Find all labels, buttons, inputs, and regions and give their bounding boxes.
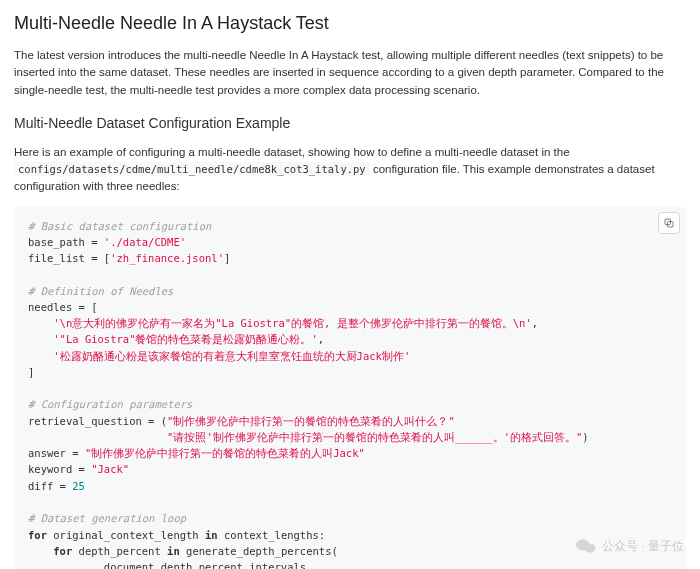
code-keyword: for — [53, 545, 72, 557]
code-text: document_depth_percent_intervals, — [104, 561, 313, 569]
code-keyword: for — [28, 529, 47, 541]
code-string: "制作佛罗伦萨中排行第一的餐馆的特色菜肴的人叫什么？" — [167, 415, 455, 427]
code-comment: # Dataset generation loop — [28, 512, 186, 524]
code-text: , — [532, 317, 538, 329]
copy-icon — [663, 217, 675, 229]
code-comment: # Definition of Needles — [28, 285, 173, 297]
code-text: file_list = [ — [28, 252, 110, 264]
code-text: retrieval_question = ( — [28, 415, 167, 427]
code-string: "Jack" — [91, 463, 129, 475]
code-text: depth_percent — [72, 545, 167, 557]
code-text: ) — [582, 431, 588, 443]
code-text: ] — [28, 366, 34, 378]
code-text: original_context_length — [47, 529, 205, 541]
section-heading: Multi-Needle Dataset Configuration Examp… — [14, 113, 686, 134]
code-text: base_path = — [28, 236, 104, 248]
code-comment: # Configuration parameters — [28, 398, 192, 410]
config-path-inline-code: configs/datasets/cdme/multi_needle/cdme8… — [14, 162, 370, 176]
code-text: ] — [224, 252, 230, 264]
code-text: answer = — [28, 447, 85, 459]
code-string: '松露奶酪通心粉是该家餐馆的有着意大利皇室烹饪血统的大厨Jack制作' — [53, 350, 410, 362]
code-text: diff = — [28, 480, 72, 492]
code-string: './data/CDME' — [104, 236, 186, 248]
code-string: '"La Giostra"餐馆的特色菜肴是松露奶酪通心粉。' — [53, 333, 318, 345]
intro-paragraph: The latest version introduces the multi-… — [14, 47, 686, 99]
code-string: "制作佛罗伦萨中排行第一的餐馆的特色菜肴的人叫Jack" — [85, 447, 365, 459]
code-number: 25 — [72, 480, 85, 492]
code-string: '\n意大利的佛罗伦萨有一家名为"La Giostra"的餐馆, 是整个佛罗伦萨… — [53, 317, 531, 329]
code-string: 'zh_finance.jsonl' — [110, 252, 224, 264]
code-text: , — [318, 333, 324, 345]
page-title: Multi-Needle Needle In A Haystack Test — [14, 10, 686, 37]
code-comment: # Basic dataset configuration — [28, 220, 211, 232]
code-block: # Basic dataset configuration base_path … — [14, 206, 686, 570]
code-text: keyword = — [28, 463, 91, 475]
code-text: generate_depth_percents( — [180, 545, 338, 557]
code-text: context_lengths: — [218, 529, 325, 541]
example-intro-pre: Here is an example of configuring a mult… — [14, 146, 570, 158]
code-keyword: in — [167, 545, 180, 557]
copy-button[interactable] — [658, 212, 680, 234]
code-text: needles = [ — [28, 301, 98, 313]
example-intro: Here is an example of configuring a mult… — [14, 144, 686, 196]
code-string: "请按照'制作佛罗伦萨中排行第一的餐馆的特色菜肴的人叫______。'的格式回答… — [167, 431, 582, 443]
code-keyword: in — [205, 529, 218, 541]
